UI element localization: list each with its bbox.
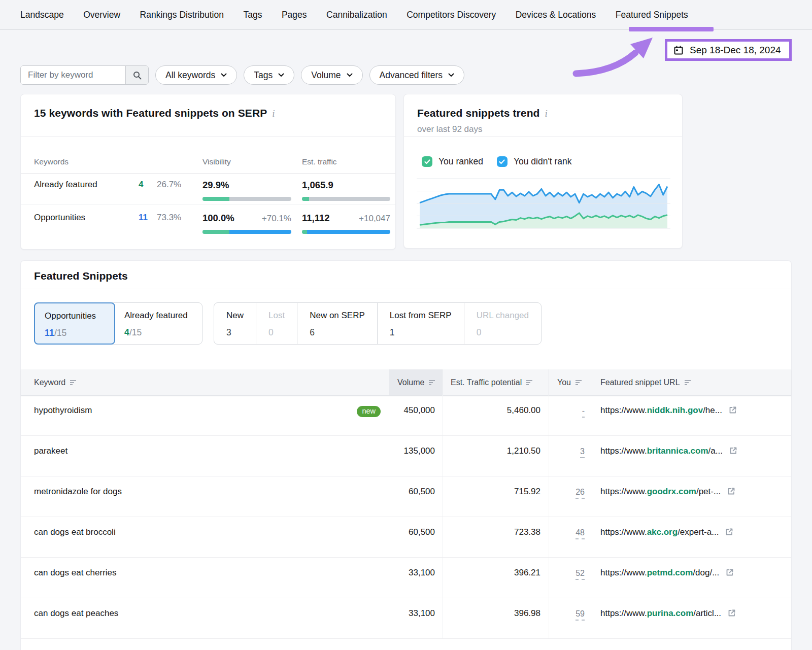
column-header-featured-snippet-url[interactable]: Featured snippet URL: [592, 369, 791, 395]
sort-icon: [575, 380, 582, 386]
legend-checkbox[interactable]: [497, 156, 507, 167]
counter-label: New on SERP: [310, 311, 365, 321]
column-header-est-traffic-potential[interactable]: Est. Traffic potential: [442, 369, 549, 395]
you-rank-link[interactable]: 59: [576, 609, 585, 621]
filter-dropdown-tags[interactable]: Tags: [244, 65, 294, 85]
you-rank-link[interactable]: 52: [576, 569, 585, 580]
trend-legend: You rankedYou didn't rank: [422, 156, 572, 167]
snippets-tabs: Opportunities11/15Already featured4/15: [34, 302, 202, 345]
summary-card-title: 15 keywords with Featured snippets on SE…: [34, 107, 267, 119]
keyword-text: can dogs eat cherries: [34, 568, 117, 578]
you-rank-cell: 3: [549, 436, 592, 476]
counter-label: Lost from SERP: [390, 311, 452, 321]
external-link-icon[interactable]: [727, 608, 736, 618]
summary-row-count[interactable]: 11: [139, 213, 154, 223]
snippet-url-link[interactable]: https://www.petmd.com/dog/...: [600, 568, 719, 578]
counter-new-on-serp[interactable]: New on SERP6: [297, 303, 377, 344]
counter-label: New: [226, 311, 244, 321]
external-link-icon[interactable]: [729, 446, 738, 455]
url-cell: https://www.purina.com/articl...: [592, 598, 791, 638]
snippets-tab-already-featured[interactable]: Already featured4/15: [115, 303, 202, 344]
nav-tab-landscape[interactable]: Landscape: [20, 0, 64, 29]
column-header-you[interactable]: You: [549, 369, 592, 395]
you-rank-link[interactable]: 3: [580, 447, 585, 458]
snippet-url-link[interactable]: https://www.goodrx.com/pet-...: [600, 487, 721, 497]
traffic-delta: +10,047: [359, 214, 390, 224]
counter-label: Lost: [268, 311, 285, 321]
active-tab-highlight: [629, 27, 714, 31]
annotation-arrow: [572, 30, 656, 81]
search-button[interactable]: [125, 66, 148, 84]
chevron-down-icon: [448, 73, 454, 77]
table-row: metronidazole for dogs60,500715.9226http…: [21, 476, 791, 517]
nav-tab-competitors-discovery[interactable]: Competitors Discovery: [407, 0, 496, 29]
filter-dropdown-label: Advanced filters: [380, 70, 443, 81]
volume-cell: 33,100: [389, 558, 442, 598]
summary-row-share: 73.3%: [157, 213, 181, 223]
column-header-label: Featured snippet URL: [600, 378, 680, 387]
counter-lost-from-serp[interactable]: Lost from SERP1: [377, 303, 464, 344]
snippet-url-link[interactable]: https://www.niddk.nih.gov/he...: [600, 405, 722, 416]
you-rank-cell: -: [549, 395, 592, 435]
traffic-bar: [302, 197, 390, 201]
nav-tab-pages[interactable]: Pages: [282, 0, 307, 29]
you-rank-cell: 52: [549, 558, 592, 598]
info-icon[interactable]: i: [272, 107, 275, 119]
keyword-filter-input[interactable]: [21, 66, 125, 84]
summary-row-count[interactable]: 4: [139, 180, 154, 190]
legend-item[interactable]: You didn't rank: [497, 156, 572, 167]
nav-tab-rankings-distribution[interactable]: Rankings Distribution: [140, 0, 224, 29]
nav-tab-overview[interactable]: Overview: [83, 0, 120, 29]
visibility-value: 100.0%: [202, 213, 234, 224]
table-row: can dogs eat peaches33,100396.9859https:…: [21, 598, 791, 639]
you-rank-link[interactable]: 48: [576, 528, 585, 539]
filter-dropdown-all-keywords[interactable]: All keywords: [155, 65, 237, 85]
filter-dropdown-label: Volume: [311, 70, 341, 81]
traffic-bar: [302, 230, 390, 234]
legend-item[interactable]: You ranked: [422, 156, 483, 167]
sort-icon: [526, 380, 533, 386]
filter-dropdown-label: All keywords: [165, 70, 215, 81]
featured-snippets-card: Featured Snippets Opportunities11/15Alre…: [20, 260, 792, 650]
legend-checkbox[interactable]: [422, 156, 432, 167]
external-link-icon[interactable]: [725, 527, 734, 536]
traffic-potential-cell: 396.98: [442, 598, 549, 638]
nav-tab-featured-snippets[interactable]: Featured Snippets: [616, 0, 688, 29]
snippet-url-link[interactable]: https://www.akc.org/expert-a...: [600, 527, 719, 537]
nav-tab-tags[interactable]: Tags: [243, 0, 262, 29]
summary-card: 15 keywords with Featured snippets on SE…: [20, 94, 396, 250]
tab-total: /15: [129, 327, 142, 337]
url-cell: https://www.goodrx.com/pet-...: [592, 476, 791, 517]
table-row: can dogs eat cherries33,100396.2152https…: [21, 558, 791, 598]
external-link-icon[interactable]: [725, 568, 734, 577]
external-link-icon[interactable]: [728, 405, 737, 415]
keyword-cell: can dogs eat cherries: [21, 558, 389, 598]
nav-tab-cannibalization[interactable]: Cannibalization: [326, 0, 387, 29]
filter-dropdown-volume[interactable]: Volume: [301, 65, 362, 85]
traffic-potential-cell: 396.21: [442, 558, 549, 598]
keyword-cell: parakeet: [21, 436, 389, 476]
filter-dropdown-advanced-filters[interactable]: Advanced filters: [369, 65, 465, 85]
you-rank-link[interactable]: -: [582, 406, 585, 418]
snippet-url-link[interactable]: https://www.britannica.com/a...: [600, 446, 723, 456]
column-header-label: Volume: [397, 378, 424, 387]
table-row: hypothyroidismnew450,0005,460.00-https:/…: [21, 395, 791, 436]
date-range-picker[interactable]: Sep 18-Dec 18, 2024: [665, 39, 792, 61]
column-header-volume[interactable]: Volume: [389, 369, 442, 395]
traffic-value: 1,065.9: [302, 180, 333, 191]
external-link-icon[interactable]: [727, 487, 736, 496]
chevron-down-icon: [221, 73, 227, 77]
column-header-keyword[interactable]: Keyword: [21, 369, 389, 395]
summary-row-opportunities: Opportunities1173.3%100.0%+70.1%11,112+1…: [34, 213, 389, 234]
info-icon[interactable]: i: [545, 107, 548, 119]
new-badge: new: [357, 406, 381, 417]
snippets-tab-opportunities[interactable]: Opportunities11/15: [34, 302, 115, 345]
volume-cell: 135,000: [389, 436, 442, 476]
counter-new[interactable]: New3: [214, 303, 256, 344]
summary-col-visibility: Visibility: [202, 157, 302, 173]
summary-row-label: Opportunities: [34, 213, 139, 223]
snippet-url-link[interactable]: https://www.purina.com/articl...: [600, 608, 721, 619]
volume-cell: 60,500: [389, 476, 442, 517]
you-rank-link[interactable]: 26: [576, 488, 585, 499]
nav-tab-devices-locations[interactable]: Devices & Locations: [516, 0, 596, 29]
